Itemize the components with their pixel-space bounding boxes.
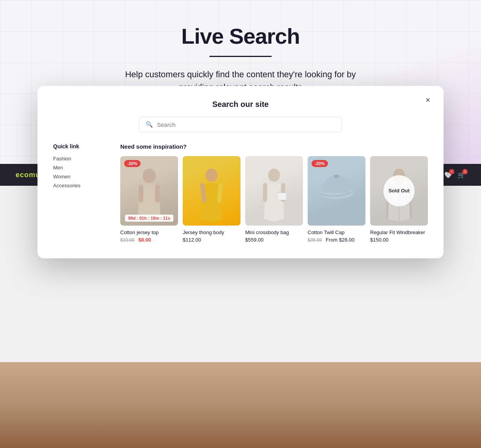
price-original-1: $10.00 xyxy=(120,237,135,243)
product-name-1: Cotton jersey top xyxy=(120,229,178,235)
sidebar-link-women[interactable]: Women xyxy=(53,172,108,181)
price-sale-1: $8.00 xyxy=(138,237,151,243)
modal-body: Quick link Fashion Men Women Accessories… xyxy=(53,143,428,243)
price-2: $112.00 xyxy=(183,237,201,243)
price-3: $559.00 xyxy=(245,237,264,243)
modal-title: Search our site xyxy=(53,100,428,109)
svg-point-3 xyxy=(206,169,217,182)
products-grid: -20% 99d : 01h : 19m : 11s Cotton jersey… xyxy=(120,156,428,243)
quick-link-title: Quick link xyxy=(53,143,108,149)
background-bottom xyxy=(0,362,481,448)
products-area: Need some inspiration? -20% 99d : 01h : … xyxy=(120,143,428,243)
wishlist-badge: 0 xyxy=(449,169,454,174)
product-name-3: Mini crossbody bag xyxy=(245,229,303,235)
product-image-3 xyxy=(245,156,303,226)
countdown-badge-1: 99d : 01h : 19m : 11s xyxy=(125,215,173,222)
search-input[interactable] xyxy=(157,121,335,128)
product-card-3[interactable]: Mini crossbody bag $559.00 xyxy=(245,156,303,243)
product-card-4[interactable]: -20% Cotton Twill Cap $35.00 xyxy=(308,156,365,243)
product-price-1: $10.00 $8.00 xyxy=(120,237,178,243)
product-price-2: $112.00 xyxy=(183,237,241,243)
inspiration-title: Need some inspiration? xyxy=(120,143,428,150)
product-image-2 xyxy=(183,156,241,226)
search-bar: 🔍 xyxy=(139,117,342,132)
svg-rect-2 xyxy=(155,185,160,203)
wishlist-icon[interactable]: 🤍 0 xyxy=(444,171,452,179)
sidebar-link-men[interactable]: Men xyxy=(53,163,108,172)
product-price-5: $150.00 xyxy=(370,237,428,243)
product-card-1[interactable]: -20% 99d : 01h : 19m : 11s Cotton jersey… xyxy=(120,156,178,243)
search-modal: × Search our site 🔍 Quick link Fashion M… xyxy=(37,86,444,258)
product-card-2[interactable]: Jersey thong body $112.00 xyxy=(183,156,241,243)
discount-badge-1: -20% xyxy=(124,160,141,167)
modal-close-button[interactable]: × xyxy=(422,94,434,106)
svg-point-0 xyxy=(143,169,156,183)
product-price-4: $35.00 From $28.00 xyxy=(308,237,365,243)
cart-icon[interactable]: 🛒 0 xyxy=(458,171,465,179)
sidebar: Quick link Fashion Men Women Accessories xyxy=(53,143,108,243)
product-image-4: -20% xyxy=(308,156,365,226)
discount-badge-4: -20% xyxy=(312,160,328,167)
price-5: $150.00 xyxy=(370,237,388,243)
svg-rect-1 xyxy=(139,185,143,203)
price-original-4: $35.00 xyxy=(308,237,322,243)
price-from-4: From $28.00 xyxy=(326,237,355,243)
sold-out-badge: Sold Out xyxy=(383,175,415,206)
product-card-5[interactable]: Sold Out Regular Fit Windbreaker xyxy=(370,156,428,243)
svg-rect-7 xyxy=(263,183,267,202)
product-price-3: $559.00 xyxy=(245,237,303,243)
product-name-2: Jersey thong body xyxy=(183,229,241,235)
product-image-5: Sold Out xyxy=(370,156,428,226)
product-name-4: Cotton Twill Cap xyxy=(308,229,365,235)
sidebar-link-fashion[interactable]: Fashion xyxy=(53,154,108,163)
hero-divider xyxy=(209,56,272,57)
product-image-1: -20% 99d : 01h : 19m : 11s xyxy=(120,156,178,226)
sidebar-link-accessories[interactable]: Accessories xyxy=(53,181,108,190)
hero-title: Live Search xyxy=(181,23,299,49)
cart-badge: 0 xyxy=(462,169,468,174)
svg-rect-9 xyxy=(277,193,286,200)
svg-point-11 xyxy=(334,174,340,178)
svg-point-6 xyxy=(268,169,280,182)
product-name-5: Regular Fit Windbreaker xyxy=(370,229,428,235)
search-icon: 🔍 xyxy=(146,121,153,128)
